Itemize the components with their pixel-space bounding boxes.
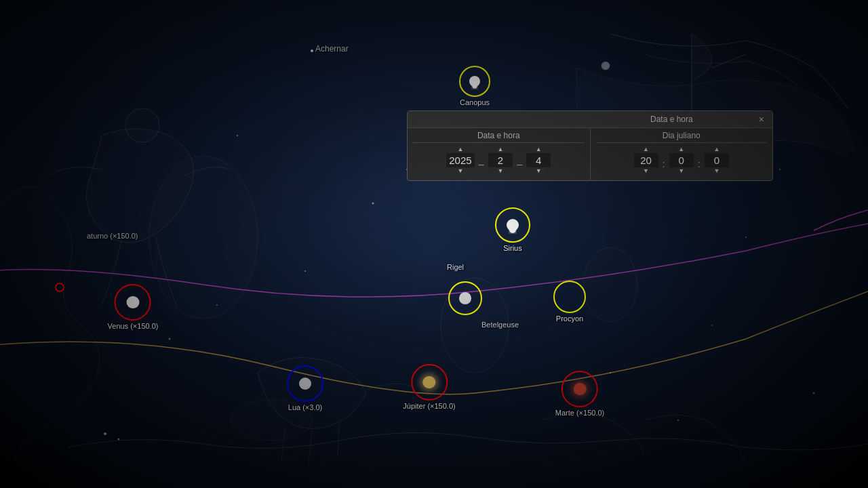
date-sep1: – xyxy=(477,158,486,169)
date-sep2: – xyxy=(515,158,524,169)
sky-background xyxy=(0,0,868,488)
minute-spinner[interactable]: ▲ 0 ▼ xyxy=(669,146,694,175)
body-circle-canopus xyxy=(459,66,490,97)
body-circle-lua xyxy=(287,365,323,402)
achernar-label: Achernar xyxy=(315,44,349,54)
body-circle-jupiter xyxy=(411,364,448,401)
body-betelgeuse-circle[interactable] xyxy=(448,281,482,315)
day-down-btn[interactable]: ▼ xyxy=(533,167,545,175)
year-down-btn[interactable]: ▼ xyxy=(454,167,466,175)
body-venus[interactable]: Venus (×150.0) xyxy=(108,284,159,330)
saturno-label: aturno (×150.0) xyxy=(87,232,138,240)
body-circle-venus xyxy=(115,284,151,321)
body-sirius[interactable]: Sirius xyxy=(495,207,530,252)
body-circle-procyon xyxy=(553,281,586,313)
hour-down-btn[interactable]: ▼ xyxy=(640,167,652,175)
body-jupiter[interactable]: Júpiter (×150.0) xyxy=(403,364,455,410)
julian-sep1: : xyxy=(661,158,667,169)
body-label-procyon: Procyon xyxy=(556,314,583,323)
hour-value: 20 xyxy=(634,153,658,167)
body-label-marte: Marte (×150.0) xyxy=(555,409,604,417)
day-value: 4 xyxy=(526,153,551,167)
saturn-dot xyxy=(55,283,64,292)
hour-spinner[interactable]: ▲ 20 ▼ xyxy=(634,146,658,175)
body-lua[interactable]: Lua (×3.0) xyxy=(287,365,323,411)
second-spinner[interactable]: ▲ 0 ▼ xyxy=(705,146,729,175)
hour-up-btn[interactable]: ▲ xyxy=(640,146,652,153)
date-section-title: Data e hora xyxy=(413,131,585,143)
minute-up-btn[interactable]: ▲ xyxy=(675,146,687,153)
day-up-btn[interactable]: ▲ xyxy=(533,146,545,153)
month-spinner[interactable]: ▲ 2 ▼ xyxy=(488,146,513,175)
body-circle-betelgeuse-circle xyxy=(448,281,482,315)
body-circle-sirius xyxy=(495,207,530,243)
year-spinner[interactable]: ▲ 2025 ▼ xyxy=(446,146,474,175)
rigel-label: Rigel xyxy=(447,263,464,271)
julian-section: Dia juliano ▲ 20 ▼ : ▲ 0 ▼ : ▲ 0 ▼ xyxy=(591,128,773,180)
panel-header: Data e hora × xyxy=(408,111,772,128)
minute-value: 0 xyxy=(669,153,694,167)
body-label-canopus: Canopus xyxy=(460,98,490,106)
body-marte[interactable]: Marte (×150.0) xyxy=(555,371,604,417)
body-canopus[interactable]: Canopus xyxy=(459,66,490,106)
body-label-sirius: Sirius xyxy=(503,244,522,252)
month-value: 2 xyxy=(488,153,513,167)
year-value: 2025 xyxy=(446,153,474,167)
julian-controls: ▲ 20 ▼ : ▲ 0 ▼ : ▲ 0 ▼ xyxy=(596,146,768,175)
close-button[interactable]: × xyxy=(757,114,766,125)
year-up-btn[interactable]: ▲ xyxy=(454,146,466,153)
body-label-lua: Lua (×3.0) xyxy=(288,403,322,411)
betelgeuse-label: Betelgeuse xyxy=(481,321,519,329)
second-down-btn[interactable]: ▼ xyxy=(711,167,722,175)
month-up-btn[interactable]: ▲ xyxy=(494,146,506,153)
date-section: Data e hora ▲ 2025 ▼ – ▲ 2 ▼ – ▲ 4 ▼ xyxy=(408,128,591,180)
day-spinner[interactable]: ▲ 4 ▼ xyxy=(526,146,551,175)
body-label-jupiter: Júpiter (×150.0) xyxy=(403,402,455,410)
julian-section-title: Dia juliano xyxy=(596,131,768,143)
second-up-btn[interactable]: ▲ xyxy=(711,146,722,153)
minute-down-btn[interactable]: ▼ xyxy=(675,167,687,175)
julian-sep2: : xyxy=(696,158,702,169)
panel-header-title: Data e hora xyxy=(586,115,757,124)
datetime-panel: Data e hora × Data e hora ▲ 2025 ▼ – ▲ 2… xyxy=(407,110,773,181)
body-label-venus: Venus (×150.0) xyxy=(108,322,159,330)
date-controls: ▲ 2025 ▼ – ▲ 2 ▼ – ▲ 4 ▼ xyxy=(413,146,585,175)
month-down-btn[interactable]: ▼ xyxy=(494,167,506,175)
body-procyon[interactable]: Procyon xyxy=(553,281,586,323)
second-value: 0 xyxy=(705,153,729,167)
panel-body: Data e hora ▲ 2025 ▼ – ▲ 2 ▼ – ▲ 4 ▼ xyxy=(408,128,772,180)
body-circle-marte xyxy=(561,371,598,407)
